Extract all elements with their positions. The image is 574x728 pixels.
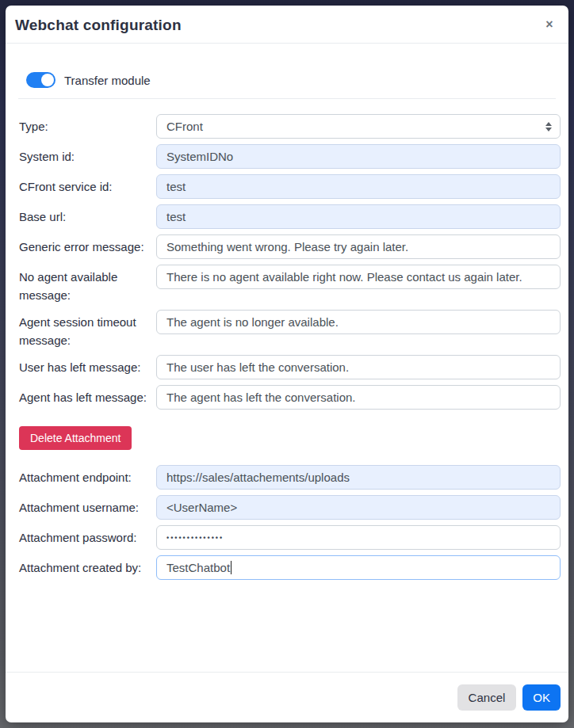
delete-attachment-row: Delete Attachment	[19, 426, 561, 450]
system-id-row: System id:	[13, 144, 561, 169]
toggle-knob-icon	[41, 74, 54, 86]
user-has-left-message-row: User has left message:	[13, 355, 561, 379]
generic-error-message-label: Generic error message:	[13, 234, 156, 256]
attachment-endpoint-row: Attachment endpoint:	[13, 465, 561, 490]
type-select-value: CFront	[166, 120, 203, 133]
cfront-service-id-input[interactable]	[156, 174, 561, 199]
transfer-module-label: Transfer module	[64, 74, 151, 87]
type-select[interactable]: CFront	[156, 114, 561, 139]
attachment-password-label: Attachment password:	[13, 525, 156, 547]
attachment-password-row: Attachment password:	[13, 525, 561, 550]
attachment-created-by-input[interactable]: TestChatbot	[156, 555, 561, 580]
dialog-footer: Cancel OK	[6, 672, 568, 722]
type-label: Type:	[13, 114, 156, 135]
no-agent-available-message-row: No agent available message:	[13, 265, 561, 304]
agent-session-timeout-message-row: Agent session timeout message:	[13, 310, 561, 349]
base-url-label: Base url:	[13, 204, 156, 226]
agent-has-left-message-input[interactable]	[156, 385, 561, 410]
agent-has-left-message-label: Agent has left message:	[13, 385, 156, 406]
dialog-title: Webchat configuration	[15, 17, 182, 33]
no-agent-available-message-input[interactable]	[156, 265, 561, 289]
system-id-label: System id:	[13, 144, 156, 166]
cancel-button[interactable]: Cancel	[457, 684, 517, 711]
delete-attachment-button[interactable]: Delete Attachment	[19, 426, 132, 450]
agent-has-left-message-row: Agent has left message:	[13, 385, 561, 410]
attachment-endpoint-input[interactable]	[156, 465, 561, 490]
attachment-endpoint-label: Attachment endpoint:	[13, 465, 156, 486]
cfront-service-id-label: CFront service id:	[13, 174, 156, 196]
no-agent-available-message-label: No agent available message:	[13, 265, 156, 304]
cfront-service-id-row: CFront service id:	[13, 174, 561, 199]
attachment-username-row: Attachment username:	[13, 495, 561, 520]
transfer-module-row: Transfer module	[26, 72, 556, 88]
select-updown-icon	[545, 122, 552, 131]
attachment-created-by-row: Attachment created by: TestChatbot	[13, 555, 561, 580]
webchat-configuration-dialog: Webchat configuration × Transfer module …	[6, 6, 568, 722]
section-divider	[18, 98, 556, 99]
attachment-username-input[interactable]	[156, 495, 561, 520]
base-url-row: Base url:	[13, 204, 561, 229]
dialog-body: Transfer module Type: CFront System id: …	[6, 44, 568, 672]
generic-error-message-input[interactable]	[156, 234, 561, 259]
dialog-header: Webchat configuration ×	[6, 6, 568, 44]
system-id-input[interactable]	[156, 144, 561, 169]
attachment-password-input[interactable]	[156, 525, 561, 550]
user-has-left-message-input[interactable]	[156, 355, 561, 379]
attachment-created-by-value: TestChatbot	[166, 561, 230, 574]
type-row: Type: CFront	[13, 114, 561, 139]
text-caret	[231, 561, 232, 574]
close-icon[interactable]: ×	[540, 15, 559, 34]
attachment-created-by-label: Attachment created by:	[13, 555, 156, 577]
attachment-username-label: Attachment username:	[13, 495, 156, 516]
transfer-module-toggle[interactable]	[26, 72, 55, 88]
generic-error-message-row: Generic error message:	[13, 234, 561, 259]
agent-session-timeout-message-input[interactable]	[156, 310, 561, 334]
user-has-left-message-label: User has left message:	[13, 355, 156, 376]
ok-button[interactable]: OK	[522, 684, 561, 711]
agent-session-timeout-message-label: Agent session timeout message:	[13, 310, 156, 349]
base-url-input[interactable]	[156, 204, 561, 229]
